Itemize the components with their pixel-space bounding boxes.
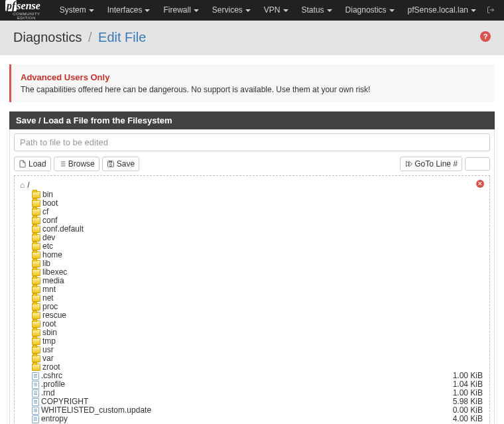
nav-item-label: Firewall bbox=[163, 0, 190, 21]
folder-row[interactable]: boot bbox=[20, 199, 484, 208]
chevron-down-icon bbox=[327, 9, 332, 12]
chevron-down-icon bbox=[145, 9, 150, 12]
logout-icon[interactable] bbox=[483, 5, 499, 17]
folder-icon bbox=[32, 303, 40, 311]
alert-text: The capabilities offered here can be dan… bbox=[21, 85, 485, 94]
container: Advanced Users Only The capabilities off… bbox=[0, 55, 504, 424]
folder-name: conf.default bbox=[42, 225, 484, 234]
nav-item-label: VPN bbox=[264, 0, 281, 21]
file-row[interactable]: .rnd1.00 KiB bbox=[20, 389, 484, 397]
root-label: / bbox=[27, 180, 29, 190]
folder-row[interactable]: etc bbox=[20, 242, 484, 251]
folder-row[interactable]: root bbox=[20, 320, 484, 328]
folder-name: home bbox=[42, 251, 484, 259]
folder-name: tmp bbox=[42, 337, 484, 346]
folder-row[interactable]: rescue bbox=[20, 311, 484, 320]
folder-row[interactable]: mnt bbox=[20, 285, 484, 294]
load-button[interactable]: Load bbox=[14, 157, 51, 171]
folder-row[interactable]: media bbox=[20, 277, 484, 285]
folder-name: mnt bbox=[42, 285, 484, 294]
folder-row[interactable]: dev bbox=[20, 234, 484, 242]
nav-item-status[interactable]: Status bbox=[295, 0, 339, 21]
brand[interactable]: pfsense COMMUNITY EDITION bbox=[5, 1, 48, 20]
folder-row[interactable]: proc bbox=[20, 303, 484, 311]
folder-name: media bbox=[42, 277, 484, 285]
folder-row[interactable]: zroot bbox=[20, 363, 484, 372]
toolbar: Load Browse Save GoTo Line # bbox=[14, 155, 490, 175]
save-button[interactable]: Save bbox=[102, 157, 139, 171]
folder-row[interactable]: tmp bbox=[20, 337, 484, 346]
chevron-down-icon bbox=[471, 9, 476, 12]
folder-icon bbox=[32, 364, 40, 371]
file-row[interactable]: WHITELISTED_custom.update0.00 KiB bbox=[20, 406, 484, 415]
file-browser: ✕ ⌂ / binbootcfconfconf.defaultdevetchom… bbox=[14, 175, 490, 424]
file-row[interactable]: .cshrc1.00 KiB bbox=[20, 372, 484, 380]
nav-item-services[interactable]: Services bbox=[206, 0, 257, 21]
folder-row[interactable]: bin bbox=[20, 190, 484, 199]
nav-item-firewall[interactable]: Firewall bbox=[157, 0, 205, 21]
folder-name: proc bbox=[42, 303, 484, 311]
breadcrumb-section: Diagnostics bbox=[13, 30, 82, 44]
breadcrumb-page[interactable]: Edit File bbox=[98, 30, 146, 44]
file-icon bbox=[32, 389, 39, 397]
file-name: entropy bbox=[41, 415, 453, 423]
folder-icon bbox=[32, 200, 40, 207]
folder-icon bbox=[32, 346, 40, 354]
nav-item-label: pfSense.local.lan bbox=[408, 0, 468, 21]
browse-button[interactable]: Browse bbox=[54, 157, 99, 171]
folder-row[interactable]: conf bbox=[20, 216, 484, 225]
file-icon bbox=[19, 160, 27, 168]
folder-icon bbox=[32, 208, 40, 216]
folder-row[interactable]: lib bbox=[20, 259, 484, 268]
folder-row[interactable]: cf bbox=[20, 208, 484, 216]
file-icon bbox=[32, 381, 39, 389]
folder-row[interactable]: var bbox=[20, 354, 484, 363]
folder-name: net bbox=[42, 294, 484, 303]
page-header: Diagnostics / Edit File ? bbox=[0, 21, 504, 55]
nav-item-label: Interfaces bbox=[107, 0, 143, 21]
folder-row[interactable]: net bbox=[20, 294, 484, 303]
file-icon bbox=[32, 372, 39, 380]
folder-icon bbox=[32, 234, 40, 242]
folder-row[interactable]: libexec bbox=[20, 268, 484, 277]
file-name: .profile bbox=[41, 380, 453, 389]
folder-row[interactable]: sbin bbox=[20, 328, 484, 337]
save-icon bbox=[107, 160, 115, 168]
folder-name: cf bbox=[42, 208, 484, 216]
nav-item-label: Services bbox=[212, 0, 243, 21]
folder-icon bbox=[32, 320, 40, 328]
file-name: .cshrc bbox=[41, 372, 453, 380]
goto-line-input[interactable] bbox=[465, 157, 490, 171]
nav-menu: SystemInterfacesFirewallServicesVPNStatu… bbox=[53, 0, 483, 21]
folder-name: lib bbox=[42, 259, 484, 268]
goto-line-button[interactable]: GoTo Line # bbox=[400, 157, 462, 171]
chevron-down-icon bbox=[194, 9, 199, 12]
root-row[interactable]: ⌂ / bbox=[20, 180, 484, 190]
panel-heading: Save / Load a File from the Filesystem bbox=[9, 111, 495, 129]
file-row[interactable]: .profile1.04 KiB bbox=[20, 380, 484, 389]
nav-item-pfsense-local-lan[interactable]: pfSense.local.lan bbox=[401, 0, 483, 21]
home-icon: ⌂ bbox=[20, 180, 25, 190]
nav-item-interfaces[interactable]: Interfaces bbox=[101, 0, 157, 21]
nav-item-vpn[interactable]: VPN bbox=[257, 0, 295, 21]
nav-item-system[interactable]: System bbox=[53, 0, 101, 21]
nav-item-diagnostics[interactable]: Diagnostics bbox=[339, 0, 401, 21]
alert-title: Advanced Users Only bbox=[21, 72, 485, 82]
folder-name: zroot bbox=[42, 363, 484, 372]
folder-row[interactable]: usr bbox=[20, 346, 484, 354]
close-icon[interactable]: ✕ bbox=[476, 180, 484, 188]
folder-row[interactable]: home bbox=[20, 251, 484, 259]
folder-name: root bbox=[42, 320, 484, 328]
folder-row[interactable]: conf.default bbox=[20, 225, 484, 234]
file-row[interactable]: entropy4.00 KiB bbox=[20, 415, 484, 423]
folder-icon bbox=[32, 226, 40, 233]
panel: Save / Load a File from the Filesystem L… bbox=[9, 111, 495, 424]
help-icon[interactable]: ? bbox=[480, 31, 491, 42]
folder-name: bin bbox=[42, 190, 484, 199]
folder-icon bbox=[32, 243, 40, 250]
folder-icon bbox=[32, 286, 40, 293]
brand-subtitle: COMMUNITY EDITION bbox=[5, 12, 48, 20]
path-input[interactable] bbox=[14, 133, 490, 151]
folder-icon bbox=[32, 329, 40, 336]
navbar: pfsense COMMUNITY EDITION SystemInterfac… bbox=[0, 0, 504, 21]
